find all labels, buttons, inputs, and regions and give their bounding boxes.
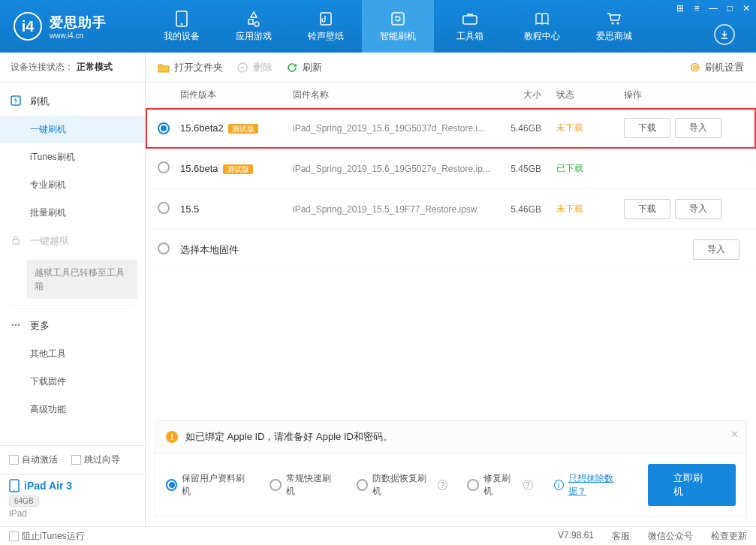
nav-my-device[interactable]: 我的设备 — [146, 0, 218, 53]
sidebar-item-batch-flash[interactable]: 批量刷机 — [0, 199, 145, 227]
firmware-size: 5.45GB — [496, 164, 556, 174]
info-icon: i — [554, 480, 564, 490]
connection-status: 设备连接状态：正常模式 — [0, 53, 145, 83]
maximize-button[interactable]: □ — [724, 3, 735, 14]
firmware-row[interactable]: 15.6beta测试版iPad_Spring_2019_15.6_19G5027… — [146, 149, 756, 189]
nav-apps[interactable]: 应用游戏 — [218, 0, 290, 53]
svg-point-5 — [612, 22, 614, 24]
col-version: 固件版本 — [180, 89, 293, 101]
version-label: V7.98.61 — [558, 530, 594, 543]
cart-icon — [606, 11, 622, 27]
block-itunes-checkbox[interactable]: 阻止iTunes运行 — [9, 530, 85, 543]
svg-rect-3 — [392, 13, 404, 25]
app-header: i4 爱思助手 www.i4.cn 我的设备 应用游戏 铃声壁纸 智能刷机 工具… — [0, 0, 756, 53]
flash-options: 保留用户资料刷机 常规快速刷机 防数据恢复刷机? 修复刷机? i只想抹除数据？ … — [155, 453, 747, 517]
radio-select[interactable] — [158, 122, 170, 134]
col-ops: 操作 — [624, 89, 744, 101]
delete-icon — [236, 62, 248, 74]
import-button[interactable]: 导入 — [675, 199, 721, 219]
app-title: 爱思助手 — [50, 14, 107, 32]
help-icon[interactable]: ? — [523, 480, 533, 490]
support-link[interactable]: 客服 — [612, 530, 630, 543]
radio-select[interactable] — [158, 161, 170, 173]
firmware-name: iPad_Spring_2019_15.5_19F77_Restore.ipsw — [293, 204, 496, 215]
import-button[interactable]: 导入 — [675, 118, 721, 138]
refresh-icon — [390, 11, 406, 27]
nav-tutorial[interactable]: 教程中心 — [506, 0, 578, 53]
skip-guide-checkbox[interactable]: 跳过向导 — [71, 453, 120, 466]
menu-icon[interactable]: ≡ — [691, 3, 702, 14]
beta-badge: 测试版 — [223, 164, 253, 174]
folder-icon — [158, 62, 170, 74]
toolbox-icon — [462, 11, 478, 27]
local-firmware-row[interactable]: 选择本地固件 导入 — [146, 230, 756, 270]
phone-icon — [173, 11, 190, 27]
status-bar: 阻止iTunes运行 V7.98.61 客服 微信公众号 检查更新 — [0, 526, 756, 545]
svg-point-16 — [693, 66, 696, 69]
svg-point-1 — [181, 23, 182, 24]
version-text: 15.6beta2 — [180, 122, 224, 134]
close-button[interactable]: ✕ — [741, 3, 751, 14]
help-icon[interactable]: ? — [438, 480, 447, 490]
tablet-icon — [9, 479, 20, 492]
firmware-row[interactable]: 15.5iPad_Spring_2019_15.5_19F77_Restore.… — [146, 189, 756, 230]
col-size: 大小 — [496, 89, 556, 101]
col-name: 固件名称 — [293, 89, 496, 101]
flash-settings-button[interactable]: 刷机设置 — [688, 61, 744, 74]
sidebar-item-itunes-flash[interactable]: iTunes刷机 — [0, 143, 145, 171]
erase-link[interactable]: 只想抹除数据？ — [568, 472, 628, 498]
svg-point-15 — [691, 64, 698, 71]
opt-anti-recovery[interactable]: 防数据恢复刷机? — [357, 472, 448, 498]
import-local-button[interactable]: 导入 — [693, 239, 739, 260]
svg-point-13 — [14, 489, 15, 491]
nav-store[interactable]: 爱思商城 — [578, 0, 650, 53]
firmware-name: iPad_Spring_2019_15.6_19G5027e_Restore.i… — [293, 164, 496, 174]
sidebar-item-advanced[interactable]: 高级功能 — [0, 396, 145, 423]
opt-repair[interactable]: 修复刷机? — [467, 472, 532, 498]
close-notice-button[interactable]: ✕ — [730, 429, 739, 440]
reload-icon — [286, 62, 298, 74]
notice-bar: ! 如已绑定 Apple ID，请准备好 Apple ID和密码。 ✕ — [155, 420, 747, 453]
firmware-status: 未下载 — [556, 203, 624, 215]
firmware-name: iPad_Spring_2019_15.6_19G5037d_Restore.i… — [293, 123, 496, 134]
download-button[interactable]: 下载 — [624, 199, 670, 219]
radio-select[interactable] — [158, 202, 170, 214]
grid-icon[interactable]: ⊞ — [675, 3, 685, 14]
apps-icon — [245, 11, 262, 27]
firmware-status: 已下载 — [556, 162, 624, 175]
sidebar-item-download-fw[interactable]: 下载固件 — [0, 368, 145, 396]
download-button[interactable]: 下载 — [624, 118, 670, 138]
firmware-row[interactable]: 15.6beta2测试版iPad_Spring_2019_15.6_19G503… — [146, 108, 756, 149]
more-icon — [11, 320, 23, 332]
nav-toolbox[interactable]: 工具箱 — [434, 0, 506, 53]
svg-point-6 — [617, 22, 619, 24]
opt-keep-data[interactable]: 保留用户资料刷机 — [166, 472, 250, 498]
svg-rect-4 — [463, 16, 477, 24]
sidebar-item-other-tools[interactable]: 其他工具 — [0, 340, 145, 368]
sidebar-item-pro-flash[interactable]: 专业刷机 — [0, 171, 145, 199]
book-icon — [534, 11, 550, 27]
app-url: www.i4.cn — [50, 32, 107, 40]
auto-activate-checkbox[interactable]: 自动激活 — [9, 453, 58, 466]
warning-icon: ! — [166, 431, 178, 443]
check-update-link[interactable]: 检查更新 — [711, 530, 747, 543]
sidebar-item-oneclick-flash[interactable]: 一键刷机 — [0, 116, 145, 143]
open-folder-button[interactable]: 打开文件夹 — [158, 61, 223, 74]
nav-flash[interactable]: 智能刷机 — [362, 0, 434, 53]
opt-normal[interactable]: 常规快速刷机 — [270, 472, 336, 498]
minimize-button[interactable]: — — [708, 3, 718, 14]
radio-local[interactable] — [158, 242, 170, 254]
sidebar-group-more[interactable]: 更多 — [0, 312, 145, 340]
download-manager-button[interactable] — [714, 24, 735, 45]
version-text: 15.5 — [180, 203, 199, 215]
flash-now-button[interactable]: 立即刷机 — [648, 464, 736, 506]
version-text: 15.6beta — [180, 163, 218, 174]
wechat-link[interactable]: 微信公众号 — [648, 530, 693, 543]
device-name[interactable]: iPad Air 3 — [9, 479, 136, 492]
window-controls: ⊞ ≡ — □ ✕ — [675, 3, 751, 14]
nav-ringtones[interactable]: 铃声壁纸 — [290, 0, 362, 53]
sidebar-group-flash[interactable]: 刷机 — [0, 87, 145, 116]
music-icon — [318, 11, 334, 27]
refresh-button[interactable]: 刷新 — [286, 61, 322, 74]
main-panel: 打开文件夹 删除 刷新 刷机设置 固件版本 固件名称 大小 状态 操作 15.6… — [146, 53, 756, 526]
